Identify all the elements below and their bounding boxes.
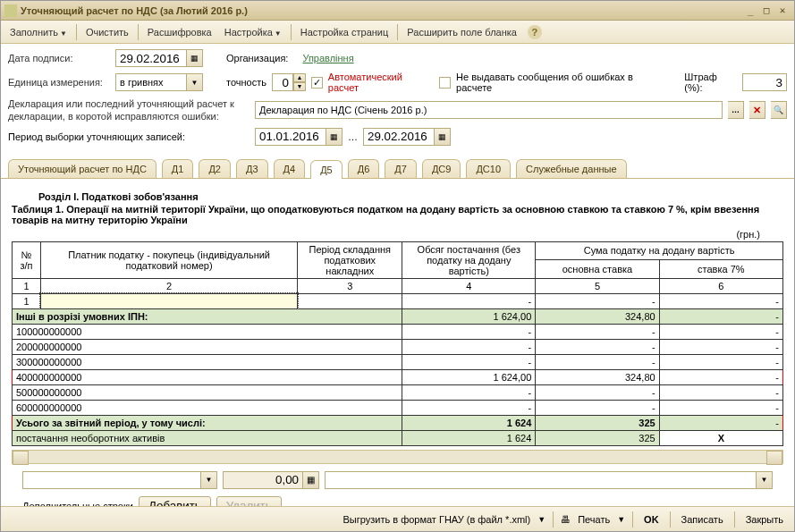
ok-button[interactable]: OK [640,512,663,527]
unit-label: (грн.) [12,229,760,240]
autocalc-label: Автоматический расчет [328,72,434,93]
tab-d5[interactable]: Д5 [310,160,343,179]
precision-input[interactable] [272,73,293,91]
selected-cell[interactable] [40,293,297,308]
combo-field-2[interactable] [325,471,757,489]
chevron-down-icon[interactable]: ▼ [757,471,773,489]
minimize-button[interactable]: _ [742,4,758,18]
help-icon[interactable]: ? [528,25,542,39]
col-payer: Платник податку - покупець (індивідуальн… [40,241,297,278]
chevron-down-icon[interactable]: ▼ [187,73,203,91]
org-label: Организация: [226,53,288,63]
col-tax-group: Сума податку на додану вартість [536,241,783,260]
lookup-icon[interactable]: 🔍 [771,101,787,119]
noerrors-label: Не выдавать сообщения об ошибках в расче… [456,72,668,93]
period-from-input[interactable] [255,128,326,146]
chevron-down-icon[interactable]: ▼ [201,471,217,489]
data-table: № з/п Платник податку - покупець (індиві… [12,241,783,446]
delete-button: Удалить [216,496,282,506]
add-button[interactable]: Добавить [139,496,211,506]
sign-date-label: Дата подписи: [8,53,110,63]
tab-d4[interactable]: Д4 [274,159,306,178]
table-row[interactable]: 500000000000--- [13,384,783,400]
calculator-icon[interactable]: ▦ [303,471,319,489]
clear-button[interactable]: Очистить [80,24,134,40]
readonly-value [223,471,303,489]
clear-x-button[interactable]: ✕ [749,101,765,119]
tab-dc10[interactable]: ДС10 [466,159,511,178]
horizontal-scrollbar[interactable] [12,450,783,464]
window-title: Уточняющий расчет по НДС (за Лютий 2016 … [21,5,742,16]
calendar-icon[interactable]: ▦ [326,128,343,146]
decode-button[interactable]: Расшифровка [142,24,217,40]
dots-button[interactable]: … [728,101,744,119]
col-volume: Обсяг постачання (без податку на додану … [402,241,536,278]
table-title: Таблиця 1. Операції на митній території … [12,204,783,225]
autocalc-checkbox[interactable]: ✓ [311,77,323,89]
tab-service[interactable]: Служебные данные [516,159,627,178]
decl-select[interactable]: Декларация по НДС (Січень 2016 р.) [255,101,723,119]
sign-date-input[interactable] [115,49,187,67]
titlebar: Уточняющий расчет по НДС (за Лютий 2016 … [1,1,794,21]
table-row[interactable]: 1 - - - [13,293,783,308]
table-row[interactable]: 4000000000001 624,00324,80- [13,369,783,384]
period-to-input[interactable] [363,128,435,146]
tab-main[interactable]: Уточняющий расчет по НДС [8,159,156,178]
table-row[interactable]: 200000000000--- [13,339,783,354]
close-button[interactable]: ✕ [774,4,791,18]
toolbar: Заполнить▼ Очистить Расшифровка Настройк… [1,21,794,44]
app-icon [4,4,17,17]
unit-select[interactable]: в гривнях [115,73,187,91]
page-settings-button[interactable]: Настройка страниц [295,24,394,40]
col-rate7: ставка 7% [659,260,782,279]
table-row[interactable]: постачання необоротних активів1 624325X [13,430,783,445]
tab-d2[interactable]: Д2 [199,159,231,178]
calendar-icon[interactable]: ▦ [187,49,203,67]
col-num: № з/п [13,241,41,278]
table-row[interactable]: 600000000000--- [13,400,783,415]
tab-bar: Уточняющий расчет по НДС Д1 Д2 Д3 Д4 Д5 … [1,156,794,179]
footer: Выгрузить в формат ГНАУ (в файл *.xml) ▼… [1,506,794,531]
export-button[interactable]: Выгрузить в формат ГНАУ (в файл *.xml) [339,512,534,527]
table-row[interactable]: Інші в розрізі умовних ІПН: 1 624,00 324… [13,308,783,324]
close-footer-button[interactable]: Закрыть [742,512,787,527]
save-button[interactable]: Записать [678,512,727,527]
section-title: Розділ I. Податкові зобов'язання [38,191,783,202]
print-button[interactable]: Печать [574,512,613,527]
expand-button[interactable]: Расширить поле бланка [402,24,522,40]
fill-button[interactable]: Заполнить▼ [4,24,72,40]
period-label: Период выборки уточняющих записей: [8,131,249,142]
combo-field[interactable] [22,471,201,489]
tab-dc9[interactable]: ДС9 [422,159,461,178]
maximize-button[interactable]: □ [758,4,774,18]
period-sep: … [348,131,358,142]
tab-d6[interactable]: Д6 [348,159,380,178]
precision-label: точность [226,77,266,88]
tab-d7[interactable]: Д7 [385,159,417,178]
decl-desc: Декларация или последний уточняющий расч… [8,97,249,123]
table-row[interactable]: 100000000000--- [13,324,783,339]
noerrors-checkbox[interactable] [439,77,451,89]
tab-d3[interactable]: Д3 [236,159,268,178]
org-link[interactable]: Управління [302,53,353,63]
penalty-label: Штраф (%): [684,72,737,93]
unit-label: Единица измерения: [8,77,110,88]
calendar-icon[interactable]: ▦ [435,128,451,146]
col-main-rate: основна ставка [536,260,659,279]
col-period: Період складання податкових накладних [298,241,402,278]
spin-down[interactable]: ▼ [293,82,306,91]
tab-d1[interactable]: Д1 [162,159,194,178]
settings-button[interactable]: Настройка▼ [219,24,287,40]
table-row[interactable]: Усього за звітний період, у тому числі:1… [13,415,783,430]
spin-up[interactable]: ▲ [293,73,306,82]
table-row[interactable]: 300000000000--- [13,354,783,369]
penalty-input[interactable] [742,73,787,91]
